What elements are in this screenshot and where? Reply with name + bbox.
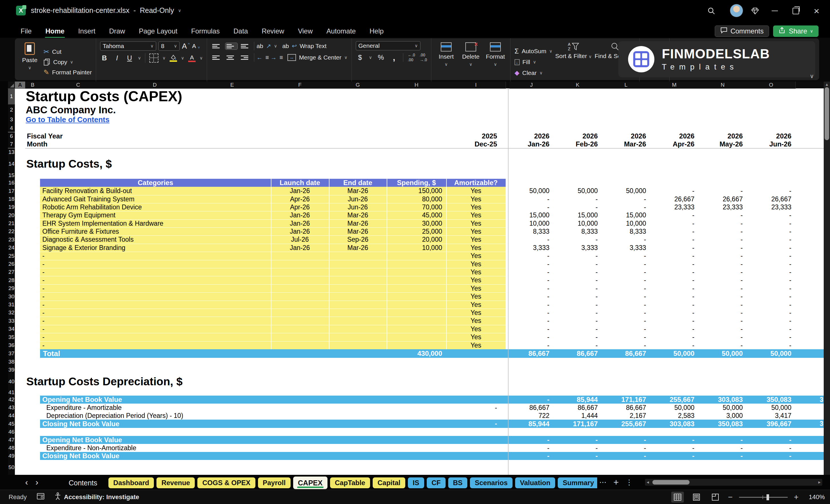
sheet-tab-capital[interactable]: Capital [373, 477, 405, 488]
monthly-spending-cell[interactable]: - [698, 260, 743, 268]
monthly-spending-cell[interactable]: - [553, 268, 598, 276]
launch-date-cell[interactable]: Jan-26 [271, 244, 329, 252]
column-header-C[interactable]: C [40, 82, 117, 89]
cut-button[interactable]: ✂Cut [43, 47, 92, 57]
row-header-23[interactable]: 23 [8, 235, 15, 244]
row-header-6[interactable]: 6 [8, 132, 15, 140]
monthly-spending-cell[interactable]: 50,000 [602, 187, 646, 195]
cost-category-cell[interactable]: Robotic Arm Rehabilitation Device [42, 203, 268, 211]
depreciation-value-cell[interactable]: - [602, 436, 646, 444]
amortizable-cell[interactable]: Yes [446, 276, 506, 284]
total-monthly-cell[interactable]: 50,000 [650, 349, 695, 358]
monthly-spending-cell[interactable]: - [602, 235, 646, 244]
row-header-41[interactable]: 41 [8, 389, 15, 396]
copy-button[interactable]: Copy∨ [43, 57, 92, 67]
amortizable-cell[interactable]: Yes [446, 260, 506, 268]
monthly-spending-cell[interactable]: - [602, 292, 646, 301]
month-value[interactable]: Feb-26 [553, 140, 598, 148]
column-header-D[interactable]: D [116, 82, 194, 89]
depreciation-col-i-value[interactable]: - [446, 420, 497, 428]
month-value[interactable]: Jan-26 [509, 140, 549, 148]
column-header-O[interactable]: O [747, 82, 796, 89]
monthly-spending-cell[interactable]: 26,667 [747, 195, 791, 203]
row-header-28[interactable]: 28 [8, 276, 15, 285]
menu-tab-draw[interactable]: Draw [103, 26, 131, 37]
tab-menu-dots[interactable]: ⋮ [624, 475, 634, 490]
table-header-end-date[interactable]: End date [329, 179, 387, 187]
launch-date-cell[interactable]: Jan-26 [271, 227, 329, 235]
row-header-27[interactable]: 27 [8, 268, 15, 276]
column-header-G[interactable]: G [329, 82, 387, 89]
monthly-spending-cell[interactable]: - [602, 325, 646, 333]
share-button[interactable]: Share ∨ [773, 26, 819, 37]
restore-button[interactable] [790, 5, 801, 17]
grow-font-button[interactable]: A^ [182, 41, 190, 51]
row-header-45[interactable]: 45 [8, 420, 15, 428]
row-header-42[interactable]: 42 [8, 396, 15, 404]
row-header-36[interactable]: 36 [8, 341, 15, 350]
monthly-spending-cell[interactable]: - [698, 187, 743, 195]
depreciation-value-cell[interactable]: 1,444 [553, 412, 598, 420]
depreciation-value-cell[interactable]: - [553, 452, 598, 460]
cost-category-cell[interactable]: - [42, 325, 268, 333]
monthly-spending-cell[interactable]: - [747, 309, 791, 317]
spending-cell[interactable]: 30,000 [387, 219, 442, 227]
read-only-badge[interactable]: Read-Only [140, 6, 174, 14]
monthly-spending-cell[interactable]: - [698, 317, 743, 325]
monthly-spending-cell[interactable]: 26,667 [650, 195, 695, 203]
cost-category-cell[interactable]: - [42, 333, 268, 341]
monthly-spending-cell[interactable]: - [650, 227, 695, 235]
sheet-tab-dashboard[interactable]: Dashboard [108, 477, 154, 488]
accounting-format-button[interactable]: $ [356, 54, 364, 62]
sheet-tab-capex[interactable]: CAPEX [293, 476, 327, 489]
font-color-dropdown[interactable]: ∨ [200, 56, 203, 61]
row-header-1[interactable]: 1 [8, 88, 15, 105]
end-date-cell[interactable]: Mar-26 [329, 219, 387, 227]
font-color-button[interactable]: A [188, 54, 196, 62]
amortizable-cell[interactable]: Yes [446, 317, 506, 325]
cost-category-cell[interactable]: - [42, 317, 268, 325]
scroll-left-arrow[interactable]: ◂ [647, 479, 649, 485]
menu-tab-insert[interactable]: Insert [72, 26, 101, 37]
depreciation-row-label[interactable]: Depreciation (Depreciation Period (Years… [46, 412, 361, 420]
monthly-spending-cell[interactable]: - [747, 187, 791, 195]
menu-tab-formulas[interactable]: Formulas [185, 26, 225, 37]
comments-button[interactable]: Comments [715, 26, 769, 37]
column-header-I[interactable]: I [446, 82, 506, 89]
monthly-spending-cell[interactable]: - [650, 252, 695, 260]
end-date-cell[interactable]: Mar-26 [329, 227, 387, 235]
depreciation-value-cell[interactable]: 50,000 [747, 404, 791, 412]
font-name-select[interactable]: Tahoma∨ [100, 41, 156, 51]
monthly-spending-cell[interactable]: - [602, 203, 646, 211]
depreciation-value-cell[interactable]: 2,167 [602, 412, 646, 420]
clear-button[interactable]: ◆Clear∨ [514, 68, 552, 78]
monthly-spending-cell[interactable]: - [747, 284, 791, 292]
monthly-spending-cell[interactable]: - [698, 284, 743, 292]
borders-dropdown[interactable]: ∨ [162, 56, 166, 61]
depreciation-row-label[interactable]: Closing Net Book Value [42, 452, 357, 460]
fiscal-year-value[interactable]: 2026 [747, 132, 791, 140]
monthly-spending-cell[interactable]: - [553, 292, 598, 301]
amortizable-cell[interactable]: Yes [446, 268, 506, 276]
depreciation-value-cell[interactable]: 171,167 [553, 420, 598, 428]
monthly-spending-cell[interactable]: - [553, 333, 598, 341]
zoom-slider-thumb[interactable] [767, 494, 769, 500]
monthly-spending-cell[interactable]: - [650, 333, 695, 341]
monthly-spending-cell[interactable]: - [747, 260, 791, 268]
monthly-spending-cell[interactable]: - [698, 301, 743, 309]
monthly-spending-cell[interactable]: - [553, 252, 598, 260]
cost-category-cell[interactable]: Diagnostic & Assessment Tools [42, 235, 268, 244]
depreciation-value-cell[interactable]: 350,083 [698, 420, 743, 428]
monthly-spending-cell[interactable]: 8,333 [602, 227, 646, 235]
total-monthly-cell[interactable]: 50,000 [747, 349, 791, 358]
spending-cell[interactable]: 45,000 [387, 211, 442, 219]
monthly-spending-cell[interactable]: - [509, 276, 549, 284]
cost-category-cell[interactable]: - [42, 276, 268, 284]
row-header-24[interactable]: 24 [8, 244, 15, 252]
fiscal-year-value[interactable]: 2026 [650, 132, 695, 140]
depreciation-value-cell[interactable]: 85,944 [553, 396, 598, 404]
minimize-button[interactable] [769, 5, 780, 17]
spending-cell[interactable]: 20,000 [387, 235, 442, 244]
cost-category-cell[interactable]: - [42, 301, 268, 309]
monthly-spending-cell[interactable]: - [650, 317, 695, 325]
